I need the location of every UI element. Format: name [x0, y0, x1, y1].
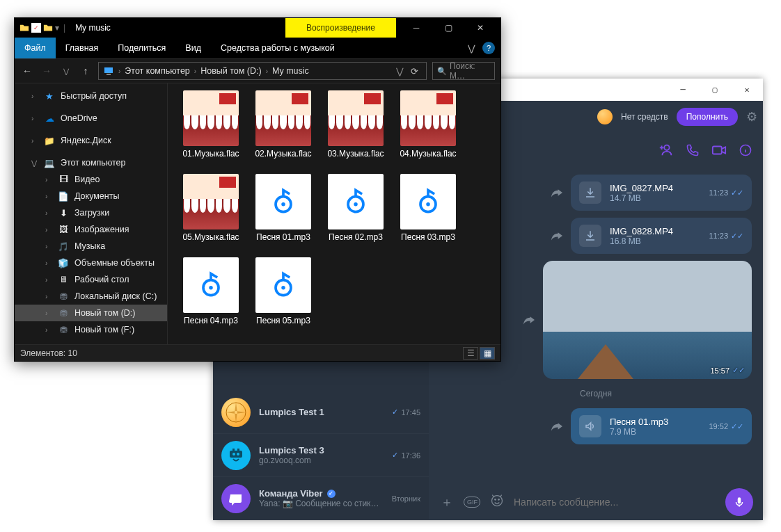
download-icon[interactable] [579, 225, 601, 247]
nav-back-icon[interactable]: ← [20, 65, 34, 76]
file-tile[interactable]: 03.Музыка.flac [320, 90, 392, 168]
album-art-icon [328, 90, 384, 146]
maximize-button[interactable]: ▢ [699, 79, 731, 101]
read-ticks-icon: ✓✓ [731, 188, 743, 198]
balance-label: Нет средств [621, 112, 668, 122]
call-icon[interactable] [685, 143, 700, 158]
maximize-button[interactable]: ▢ [432, 18, 464, 38]
view-tiles-icon[interactable]: ▦ [480, 347, 495, 360]
new-folder-icon[interactable] [42, 22, 54, 33]
search-placeholder: Поиск: M… [450, 61, 490, 81]
nav-videos[interactable]: ›🎞Видео [15, 171, 167, 188]
message-input[interactable] [514, 497, 717, 508]
file-content-area[interactable]: 01.Музыка.flac02.Музыка.flac03.Музыка.fl… [168, 83, 500, 344]
breadcrumb-history-icon[interactable]: ⋁ [396, 66, 404, 76]
audio-message[interactable]: Песня 01.mp3 7.9 MB 19:52✓✓ [571, 408, 752, 444]
video-message[interactable]: 15:57✓✓ [543, 261, 752, 379]
file-tile[interactable]: 04.Музыка.flac [392, 90, 464, 168]
file-name: 05.Музыка.flac [182, 232, 239, 242]
chat-item[interactable]: Lumpics Test 1 ✓17:45 [213, 391, 429, 434]
audio-file-icon [255, 257, 311, 313]
chat-time: 17:45 [401, 408, 420, 417]
file-message[interactable]: IMG_0827.MP4 14.7 MB 11:23✓✓ [571, 175, 752, 211]
file-message[interactable]: IMG_0828.MP4 16.8 MB 11:23✓✓ [571, 218, 752, 254]
navigation-pane[interactable]: ›★Быстрый доступ ›☁OneDrive ›📁Яндекс.Дис… [15, 83, 168, 344]
file-tile[interactable]: Песня 05.mp3 [247, 257, 320, 335]
nav-desktop[interactable]: ›🖥Рабочий стол [15, 271, 167, 288]
nav-pictures[interactable]: ›🖼Изображения [15, 221, 167, 238]
file-tile[interactable]: Песня 01.mp3 [247, 174, 320, 252]
help-icon[interactable]: ? [482, 42, 495, 54]
file-tile[interactable]: 02.Музыка.flac [247, 90, 320, 168]
properties-icon[interactable]: ✓ [31, 23, 41, 33]
close-button[interactable]: ✕ [464, 18, 496, 38]
settings-icon[interactable]: ⚙ [746, 109, 757, 124]
chat-time: Вторник [392, 494, 420, 503]
sticker-icon[interactable] [489, 494, 505, 511]
nav-recent-icon[interactable]: ⋁ [59, 67, 73, 75]
tab-file[interactable]: Файл [15, 38, 56, 58]
file-name: 03.Музыка.flac [327, 149, 384, 159]
forward-icon[interactable] [550, 187, 564, 198]
nav-drive-f[interactable]: ›⛃Новый том (F:) [15, 321, 167, 338]
verified-badge-icon: ✓ [327, 490, 336, 498]
file-tile[interactable]: Песня 03.mp3 [392, 174, 464, 252]
nav-music[interactable]: ›🎵Музыка [15, 238, 167, 255]
ribbon-expand-icon[interactable]: ⋁ [468, 43, 475, 54]
topup-button[interactable]: Пополнить [677, 108, 738, 126]
nav-quick-access[interactable]: ›★Быстрый доступ [15, 88, 167, 104]
minimize-button[interactable]: ─ [667, 79, 699, 101]
video-call-icon[interactable] [711, 143, 727, 158]
window-title: My music [75, 23, 281, 33]
file-tile[interactable]: 05.Музыка.flac [175, 174, 247, 252]
svg-point-10 [495, 499, 496, 500]
avatar [221, 398, 251, 427]
download-icon[interactable] [579, 182, 601, 204]
chat-item[interactable]: Команда Viber ✓ Yana: 📷 Сообщение со сти… [213, 477, 429, 520]
nav-downloads[interactable]: ›⬇Загрузки [15, 204, 167, 221]
svg-point-2 [232, 453, 235, 456]
close-button[interactable]: ✕ [731, 79, 763, 101]
forward-icon[interactable] [550, 230, 564, 241]
tab-home[interactable]: Главная [56, 38, 109, 58]
file-tile[interactable]: Песня 04.mp3 [175, 257, 247, 335]
nav-drive-c[interactable]: ›⛃Локальный диск (C:) [15, 288, 167, 305]
context-tab[interactable]: Воспроизведение [285, 18, 396, 38]
tab-view[interactable]: Вид [175, 38, 211, 58]
file-tile[interactable]: 01.Музыка.flac [175, 90, 247, 168]
voice-message-button[interactable] [725, 488, 753, 516]
svg-rect-4 [232, 449, 235, 451]
chat-item[interactable]: Lumpics Test 3 go.zvooq.com ✓17:36 [213, 434, 429, 477]
file-tile[interactable]: Песня 02.mp3 [320, 174, 392, 252]
breadcrumb-segment[interactable]: Новый том (D:) [200, 66, 262, 76]
audio-file-icon [255, 174, 311, 229]
gif-icon[interactable]: GIF [464, 497, 480, 508]
minimize-button[interactable]: ─ [400, 18, 432, 38]
address-bar: ← → ⋁ ↑ › Этот компьютер › Новый том (D:… [15, 58, 500, 83]
refresh-icon[interactable]: ⟳ [407, 66, 422, 76]
status-bar: Элементов: 10 ☰ ▦ [15, 344, 500, 361]
nav-yandex-disk[interactable]: ›📁Яндекс.Диск [15, 132, 167, 149]
forward-icon[interactable] [522, 314, 536, 325]
tab-music-tools[interactable]: Средства работы с музыкой [211, 38, 345, 58]
breadcrumb-segment[interactable]: My music [272, 66, 309, 76]
breadcrumb[interactable]: › Этот компьютер › Новый том (D:) › My m… [98, 62, 427, 80]
folder-icon[interactable] [19, 22, 30, 33]
nav-forward-icon[interactable]: → [40, 65, 54, 76]
nav-onedrive[interactable]: ›☁OneDrive [15, 110, 167, 127]
nav-documents[interactable]: ›📄Документы [15, 188, 167, 204]
info-icon[interactable] [738, 143, 753, 158]
nav-3d-objects[interactable]: ›🧊Объемные объекты [15, 255, 167, 271]
view-details-icon[interactable]: ☰ [463, 347, 478, 360]
breadcrumb-segment[interactable]: Этот компьютер [125, 66, 189, 76]
add-attachment-icon[interactable]: ＋ [439, 494, 455, 510]
tab-share[interactable]: Поделиться [108, 38, 175, 58]
search-box[interactable]: 🔍 Поиск: M… [432, 62, 495, 80]
nav-up-icon[interactable]: ↑ [79, 65, 93, 76]
explorer-titlebar[interactable]: ✓ ▾ | My music Воспроизведение ─ ▢ ✕ [15, 18, 500, 38]
add-contact-icon[interactable] [658, 143, 674, 158]
forward-icon[interactable] [550, 421, 564, 432]
nav-drive-d[interactable]: ›⛃Новый том (D:) [15, 305, 167, 321]
file-name: 02.Музыка.flac [255, 149, 311, 159]
nav-this-pc[interactable]: ⋁💻Этот компьютер [15, 154, 167, 171]
